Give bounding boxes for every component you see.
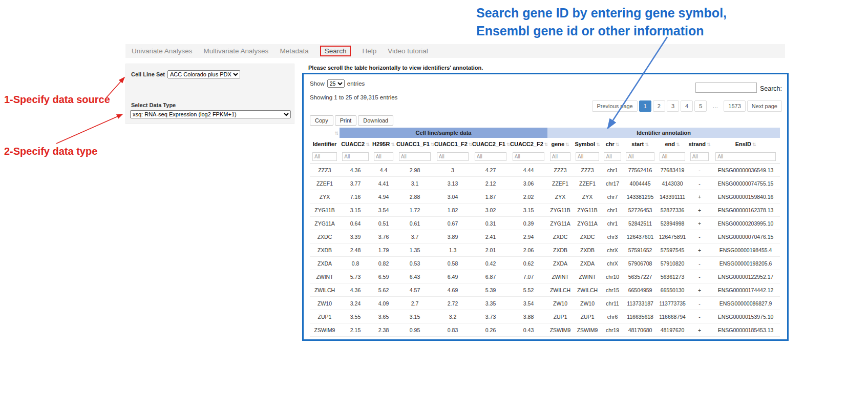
page-length-select[interactable]: 25: [327, 79, 345, 88]
page-button-5[interactable]: 5: [694, 100, 707, 112]
nav-item-help[interactable]: Help: [362, 47, 376, 55]
table-cell: 2.15: [340, 323, 371, 337]
table-row[interactable]: ZYG11A0.640.510.610.670.310.39ZYG11AZYG1…: [310, 217, 780, 230]
filter-cell: [472, 150, 510, 164]
sort-icon: ⇅: [645, 142, 649, 147]
column-header-symbol[interactable]: Symbol⇅: [573, 138, 602, 150]
filter-input-strand[interactable]: [690, 152, 709, 161]
page-button-2[interactable]: 2: [653, 100, 665, 112]
column-header-cuacc2[interactable]: CUACC2⇅: [340, 138, 371, 150]
table-row[interactable]: ZUP13.553.653.153.23.733.88ZUP1ZUP1chr61…: [310, 310, 780, 323]
table-row[interactable]: ZZEF13.774.413.13.132.123.06ZZEF1ZZEF1ch…: [310, 177, 780, 190]
table-cell: ZYG11A: [573, 217, 602, 230]
filter-input-chr[interactable]: [604, 152, 621, 161]
filter-input-cuacc2_f1[interactable]: [475, 152, 507, 161]
filter-input-h295r[interactable]: [374, 152, 394, 161]
table-cell: ENSG00000203995.10: [711, 217, 780, 230]
column-header-strand[interactable]: strand⇅: [688, 138, 711, 150]
column-header-cuacc1_f2[interactable]: CUACC1_F2⇅: [434, 138, 472, 150]
column-header-chr[interactable]: chr⇅: [602, 138, 623, 150]
download-button[interactable]: Download: [358, 115, 393, 126]
filter-input-symbol[interactable]: [576, 152, 599, 161]
column-header-end[interactable]: end⇅: [657, 138, 688, 150]
page-button-3[interactable]: 3: [667, 100, 679, 112]
table-cell: 5.39: [472, 283, 510, 297]
data-type-select[interactable]: xsq: RNA-seq Expression (log2 FPKM+1): [130, 110, 291, 118]
table-cell: 5.73: [340, 270, 371, 283]
column-header-gene[interactable]: gene⇅: [547, 138, 573, 150]
table-cell: 5.62: [371, 283, 396, 297]
table-cell: 52894998: [657, 217, 688, 230]
search-label: Search:: [760, 85, 782, 93]
table-cell: ENSG00000159840.16: [711, 190, 780, 203]
table-row[interactable]: ZYX7.164.942.883.041.872.02ZYXZYXchr7143…: [310, 190, 780, 203]
filter-input-cuacc2[interactable]: [342, 152, 369, 161]
sort-icon: ⇅: [469, 142, 472, 147]
filter-input-gene[interactable]: [550, 152, 570, 161]
filter-input-ensid[interactable]: [715, 152, 776, 161]
table-cell: 0.58: [434, 257, 472, 270]
page-button-4[interactable]: 4: [681, 100, 693, 112]
column-header-h295r[interactable]: H295R⇅: [371, 138, 396, 150]
cell-line-set-select[interactable]: ACC Colorado plus PDX: [167, 70, 240, 78]
table-cell: ZXDA: [310, 257, 340, 270]
column-header-cuacc1_f1[interactable]: CUACC1_F1⇅: [396, 138, 434, 150]
column-header-cuacc2_f1[interactable]: CUACC2_F1⇅: [472, 138, 510, 150]
column-header-ensid[interactable]: EnsID⇅: [711, 138, 780, 150]
group-header-identifier-annotation: Identifier annotation: [547, 128, 780, 138]
table-cell: 0.62: [510, 257, 547, 270]
table-cell: 57906708: [623, 257, 657, 270]
column-header-start[interactable]: start⇅: [623, 138, 657, 150]
filter-input-identifier[interactable]: [312, 152, 337, 161]
column-label: gene: [551, 141, 564, 147]
navbar: Univariate AnalysesMultivariate Analyses…: [125, 44, 785, 58]
sort-icon: ⇅: [676, 142, 680, 147]
table-cell: +: [688, 190, 711, 203]
column-header-cuacc2_f2[interactable]: CUACC2_F2⇅: [510, 138, 547, 150]
table-row[interactable]: ZXDB2.481.791.351.32.012.06ZXDBZXDBchrX5…: [310, 243, 780, 257]
column-header-row: IdentifierCUACC2⇅H295R⇅CUACC1_F1⇅CUACC1_…: [310, 138, 780, 150]
nav-item-search[interactable]: Search: [320, 46, 351, 56]
table-row[interactable]: ZYG11B3.153.541.721.823.023.15ZYG11BZYG1…: [310, 203, 780, 217]
table-row[interactable]: ZW103.244.092.72.723.353.54ZW10ZW10chr11…: [310, 297, 780, 310]
table-cell: ZSWIM9: [547, 323, 573, 337]
table-row[interactable]: ZWINT5.736.596.436.496.877.07ZWINTZWINTc…: [310, 270, 780, 283]
table-cell: 3.88: [510, 310, 547, 323]
table-row[interactable]: ZXDC3.393.763.73.892.412.94ZXDCZXDCchr31…: [310, 230, 780, 243]
table-cell: 4.36: [340, 283, 371, 297]
column-label: EnsID: [735, 141, 751, 147]
page-button-1573[interactable]: 1573: [724, 100, 745, 112]
table-cell: 0.39: [510, 217, 547, 230]
column-header-identifier[interactable]: Identifier: [310, 138, 340, 150]
table-row[interactable]: ZSWIM92.152.380.950.830.260.43ZSWIM9ZSWI…: [310, 323, 780, 337]
print-button[interactable]: Print: [335, 115, 357, 126]
table-row[interactable]: ZZZ34.364.42.9834.274.44ZZZ3ZZZ3chr17756…: [310, 164, 780, 177]
previous-page-button[interactable]: Previous page: [592, 100, 637, 112]
table-cell: ZWINT: [310, 270, 340, 283]
sort-icon: ⇅: [707, 142, 711, 147]
table-row[interactable]: ZXDA0.80.820.530.580.420.62ZXDAZXDAchrX5…: [310, 257, 780, 270]
nav-item-univariate-analyses[interactable]: Univariate Analyses: [132, 47, 193, 55]
nav-item-metadata[interactable]: Metadata: [280, 47, 308, 55]
table-cell: ZZEF1: [310, 177, 340, 190]
next-page-button[interactable]: Next page: [747, 100, 782, 112]
page-root: { "colors": { "accent_blue": "#1c6fc2", …: [0, 0, 868, 407]
nav-item-video-tutorial[interactable]: Video tutorial: [388, 47, 428, 55]
filter-input-cuacc2_f2[interactable]: [513, 152, 545, 161]
table-cell: 0.51: [371, 217, 396, 230]
table-cell: 3.89: [434, 230, 472, 243]
identifier-sort-cell[interactable]: ⇅: [310, 128, 340, 138]
filter-input-cuacc1_f2[interactable]: [437, 152, 469, 161]
table-cell: 3.55: [340, 310, 371, 323]
table-search-input[interactable]: [695, 83, 757, 93]
copy-button[interactable]: Copy: [310, 115, 333, 126]
filter-input-end[interactable]: [660, 152, 685, 161]
filter-row: [310, 150, 780, 164]
table-search-control: Search:: [695, 83, 782, 93]
filter-input-start[interactable]: [626, 152, 654, 161]
search-instruction-line2: Ensembl gene id or other information: [476, 22, 763, 40]
page-button-1[interactable]: 1: [639, 100, 651, 112]
filter-input-cuacc1_f1[interactable]: [399, 152, 431, 161]
nav-item-multivariate-analyses[interactable]: Multivariate Analyses: [204, 47, 269, 55]
table-row[interactable]: ZWILCH4.365.624.574.695.395.52ZWILCHZWIL…: [310, 283, 780, 297]
